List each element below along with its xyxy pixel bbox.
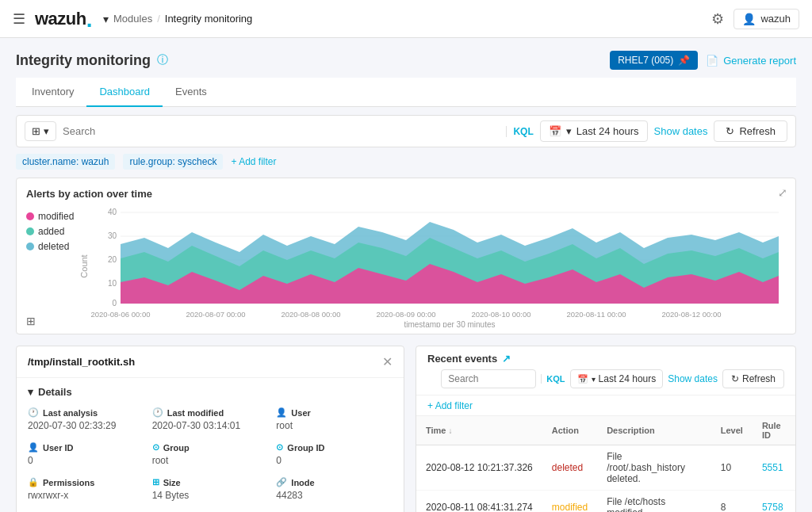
svg-text:2020-08-12 00:00: 2020-08-12 00:00 <box>661 310 721 319</box>
filter-tag-2[interactable]: rule.group: syscheck <box>123 154 223 170</box>
legend-label-deleted: deleted <box>38 241 69 252</box>
filter-type-dropdown[interactable]: ⊞ ▾ <box>25 121 56 141</box>
chart-panel: Alerts by action over time ⤢ modified ad… <box>16 178 796 334</box>
settings-icon[interactable]: ⚙ <box>711 10 724 28</box>
cell-level: 10 <box>711 445 753 491</box>
events-search-input[interactable] <box>441 369 536 388</box>
cell-action: modified <box>542 491 597 513</box>
events-table-header: Time ↓ Action Description Level Rule ID <box>416 416 795 445</box>
svg-text:10: 10 <box>108 279 117 288</box>
legend-dot-deleted <box>26 243 34 250</box>
user-menu[interactable]: 👤 wazuh <box>733 9 799 29</box>
legend-label-added: added <box>38 226 64 237</box>
events-table-body: 2020-08-12 10:21:37.326 deleted File /ro… <box>416 445 795 513</box>
legend-dot-added <box>26 227 34 235</box>
cell-action: deleted <box>542 445 597 491</box>
legend-label-modified: modified <box>38 211 74 222</box>
cell-rule-id[interactable]: 5758 <box>753 491 795 513</box>
show-dates-btn[interactable]: Show dates <box>654 125 708 137</box>
detail-last-analysis: 🕐Last analysis 2020-07-30 02:33:29 <box>28 407 144 431</box>
svg-text:2020-08-07 00:00: 2020-08-07 00:00 <box>186 310 245 319</box>
legend-deleted: deleted <box>26 241 90 252</box>
col-time[interactable]: Time ↓ <box>416 416 542 445</box>
page-title-area: Integrity monitoring ⓘ <box>16 52 168 69</box>
events-time-filter[interactable]: 📅 ▾ Last 24 hours <box>570 369 664 388</box>
refresh-label: Refresh <box>739 125 776 137</box>
chevron-down-icon: ▾ <box>592 375 596 384</box>
time-filter[interactable]: 📅 ▾ Last 24 hours <box>540 120 648 142</box>
tab-inventory[interactable]: Inventory <box>19 78 86 107</box>
generate-report-button[interactable]: 📄 Generate report <box>706 55 796 67</box>
legend-dot-modified <box>26 212 34 220</box>
detail-last-modified: 🕐Last modified 2020-07-30 03:14:01 <box>152 407 269 431</box>
detail-label: 👤User <box>276 407 393 418</box>
agent-label: RHEL7 (005) <box>618 55 673 66</box>
details-toggle[interactable]: ▾ Details <box>28 386 393 398</box>
detail-label: ⊞Size <box>152 477 269 487</box>
filter-bar: ⊞ ▾ KQL 📅 ▾ Last 24 hours Show dates ↻ R… <box>16 115 796 147</box>
svg-text:timestamp per 30 minutes: timestamp per 30 minutes <box>404 320 495 327</box>
detail-value: 14 Bytes <box>152 490 269 501</box>
chevron-down-icon[interactable]: ▾ <box>103 13 109 25</box>
tabs-bar: Inventory Dashboard Events <box>16 78 796 107</box>
filter-icon: ⊞ <box>32 125 40 137</box>
external-link-icon[interactable]: ↗ <box>502 353 511 365</box>
cell-rule-id[interactable]: 5551 <box>753 445 795 491</box>
sort-icon: ↓ <box>449 426 453 435</box>
tab-events[interactable]: Events <box>163 78 220 107</box>
detail-label: ⊙Group <box>152 442 269 453</box>
svg-text:2020-08-08 00:00: 2020-08-08 00:00 <box>281 310 340 319</box>
events-refresh-label: Refresh <box>742 373 776 384</box>
detail-value: 2020-07-30 02:33:29 <box>28 420 144 431</box>
events-add-filter-row: + Add filter <box>416 395 795 416</box>
svg-text:0: 0 <box>112 299 117 308</box>
events-panel: Recent events ↗ KQL 📅 ▾ Last 24 hours Sh… <box>416 346 796 512</box>
agent-badge[interactable]: RHEL7 (005) 📌 <box>610 51 698 70</box>
refresh-button[interactable]: ↻ Refresh <box>714 120 787 142</box>
events-show-dates-btn[interactable]: Show dates <box>668 373 718 384</box>
events-add-filter-btn[interactable]: + Add filter <box>427 400 473 411</box>
events-refresh-button[interactable]: ↻ Refresh <box>722 369 784 388</box>
detail-value: 0 <box>28 455 144 466</box>
clock-icon: 🕐 <box>28 407 39 418</box>
detail-group-id: ⊙Group ID 0 <box>276 442 393 466</box>
tab-dashboard[interactable]: Dashboard <box>86 78 163 107</box>
close-icon[interactable]: ✕ <box>382 354 393 369</box>
calendar-icon: 📅 <box>577 374 588 384</box>
info-icon[interactable]: ⓘ <box>157 53 168 67</box>
chevron-down-icon: ▾ <box>28 386 33 398</box>
group-icon: ⊙ <box>152 442 159 453</box>
search-input[interactable] <box>63 125 500 137</box>
chevron-icon: ▾ <box>44 125 49 137</box>
group-id-icon: ⊙ <box>276 442 283 453</box>
header-actions: RHEL7 (005) 📌 📄 Generate report <box>610 51 796 70</box>
col-description: Description <box>597 416 711 445</box>
detail-label: 🕐Last modified <box>152 407 269 418</box>
size-icon: ⊞ <box>152 477 159 487</box>
hamburger-icon[interactable]: ☰ <box>13 10 25 28</box>
events-kql-badge[interactable]: KQL <box>541 374 565 384</box>
svg-text:40: 40 <box>108 208 117 216</box>
chart-title: Alerts by action over time <box>26 188 786 200</box>
calendar-icon: 📅 <box>549 125 561 137</box>
filter-tag-1[interactable]: cluster.name: wazuh <box>16 154 115 170</box>
legend-added: added <box>26 226 90 237</box>
chart-svg-container: Count 40 30 20 10 0 <box>90 204 786 327</box>
cell-description: File /etc/hosts modified. <box>597 491 711 513</box>
detail-label: 👤User ID <box>28 442 144 453</box>
svg-text:20: 20 <box>108 255 117 264</box>
breadcrumb-modules[interactable]: Modules <box>113 13 152 25</box>
page-title: Integrity monitoring <box>16 52 151 69</box>
user-label: wazuh <box>760 13 791 25</box>
expand-icon[interactable]: ⤢ <box>778 186 787 199</box>
top-nav: ☰ wazuh. ▾ Modules / Integrity monitorin… <box>0 0 812 38</box>
logo: wazuh. <box>35 9 92 29</box>
table-view-icon[interactable]: ⊞ <box>26 315 36 327</box>
kql-badge[interactable]: KQL <box>506 126 533 137</box>
cell-description: File /root/.bash_history deleted. <box>597 445 711 491</box>
detail-label: 🔒Permissions <box>28 477 144 487</box>
cell-time: 2020-08-11 08:41:31.274 <box>416 491 542 513</box>
y-axis-label: Count <box>79 254 89 277</box>
detail-label: 🔗Inode <box>276 477 393 487</box>
add-filter-btn[interactable]: + Add filter <box>231 156 276 167</box>
